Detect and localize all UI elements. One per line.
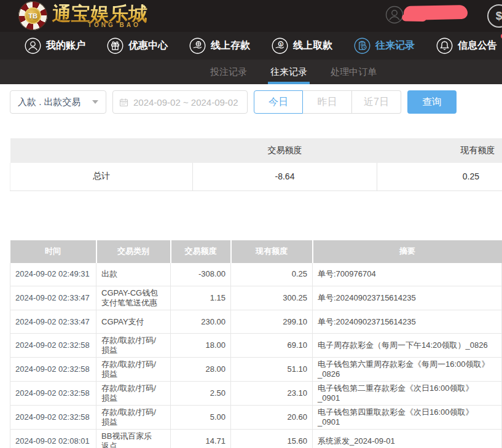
quick-range-group: 今日 昨日 近7日 <box>254 90 401 114</box>
sub-nav: 投注记录 往来记录 处理中订单 <box>0 60 502 84</box>
header-balance: 现有额度 <box>231 240 313 263</box>
tab-label: 处理中订单 <box>331 66 377 78</box>
nav-item-label: 线上存款 <box>211 39 250 52</box>
summary-total-amount: -8.64 <box>193 163 377 191</box>
deposit-icon <box>189 37 206 54</box>
bell-icon <box>436 37 453 54</box>
table-row: 2024-09-02 02:49:31 出款 -308.00 0.25 单号:7… <box>10 263 502 286</box>
cell-balance: 51.10 <box>231 358 313 382</box>
transaction-type-select[interactable]: 入款 . 出款交易 <box>10 90 106 114</box>
poker-chip-icon: TB <box>18 1 47 30</box>
cell-amount: 230.00 <box>171 310 231 334</box>
quick-label: 昨日 <box>318 96 337 109</box>
cell-type: 存款/取款/打码/损益 <box>96 358 171 382</box>
cell-amount: -308.00 <box>171 263 231 286</box>
records-icon <box>354 37 371 54</box>
cell-balance: 23.10 <box>231 382 313 406</box>
cell-summary: 电子钱包第六重周存款彩金《每周一16:00领取》_0826 <box>313 358 502 382</box>
cell-amount: 1.15 <box>171 286 231 310</box>
cell-time: 2024-09-02 02:08:01 <box>10 430 96 448</box>
table-row: 2024-09-02 02:08:01 BB视讯百家乐返点 14.71 15.6… <box>10 430 502 448</box>
currency-symbol: $ <box>496 9 502 23</box>
table-row: 2024-09-02 02:33:47 CGPAY-CG钱包支付笔笔送优惠 1.… <box>10 286 502 310</box>
table-row: 2024-09-02 02:33:47 CGPAY支付 230.00 299.1… <box>10 310 502 334</box>
redacted-username <box>404 5 468 20</box>
user-avatar-icon[interactable] <box>385 6 404 24</box>
nav-item-online-deposit[interactable]: 线上存款 <box>189 37 255 54</box>
table-row: 2024-09-02 02:32:58 存款/取款/打码/损益 2.50 23.… <box>10 382 502 406</box>
tab-transaction-records[interactable]: 往来记录 <box>268 60 310 84</box>
cell-balance: 15.60 <box>231 430 313 448</box>
tab-label: 往来记录 <box>270 66 307 78</box>
brand-name-cn: 通宝娱乐城 <box>52 4 148 25</box>
nav-item-transaction-records[interactable]: 往来记录 <box>354 37 420 54</box>
summary-total-balance: 0.25 <box>377 163 502 191</box>
cell-summary: 电子钱包第四重取款彩金《次日16:00领取》_0901 <box>313 406 502 430</box>
withdraw-icon: $ <box>272 37 288 54</box>
summary-header-row: 交易额度 现有额度 <box>10 138 502 163</box>
brand-logo[interactable]: TB 通宝娱乐城 TONG BAO <box>18 1 147 30</box>
cell-balance: 0.25 <box>231 263 313 286</box>
cell-type: CGPAY-CG钱包支付笔笔送优惠 <box>96 286 171 310</box>
cell-balance: 69.10 <box>231 334 313 358</box>
tab-betting-records[interactable]: 投注记录 <box>208 60 249 84</box>
summary-total-row: 总计 -8.64 0.25 <box>10 163 502 191</box>
date-range-input[interactable]: 2024-09-02 ~ 2024-09-02 <box>112 90 248 114</box>
cell-type: 出款 <box>96 263 171 286</box>
cell-type: 存款/取款/打码/损益 <box>96 382 171 406</box>
user-icon <box>25 37 41 54</box>
cell-summary: 单号:202409023715614235 <box>313 286 502 310</box>
chevron-down-icon <box>92 100 98 104</box>
cell-type: BB视讯百家乐返点 <box>96 430 171 448</box>
quick-label: 今日 <box>269 96 288 109</box>
cell-time: 2024-09-02 02:49:31 <box>10 263 96 286</box>
summary-header-empty <box>10 138 193 163</box>
summary-header-balance: 现有额度 <box>377 138 502 163</box>
header-type: 交易类别 <box>96 240 171 263</box>
nav-item-my-account[interactable]: 我的账户 <box>25 37 90 54</box>
quick-yesterday-button[interactable]: 昨日 <box>303 90 352 114</box>
table-header-row: 时间 交易类别 交易额度 现有额度 摘要 <box>10 240 502 263</box>
tab-pending-orders[interactable]: 处理中订单 <box>328 60 379 84</box>
cell-type: 存款/取款/打码/损益 <box>96 406 171 430</box>
topbar: TB 通宝娱乐城 TONG BAO $ <box>0 0 502 32</box>
cell-summary: 单号:202409023715614235 <box>313 310 502 334</box>
brand-text: 通宝娱乐城 TONG BAO <box>52 4 147 28</box>
cell-time: 2024-09-02 02:32:58 <box>10 406 96 430</box>
balance-currency-icon[interactable]: $ <box>487 4 502 28</box>
nav-item-label: 线上取款 <box>293 39 332 52</box>
cell-balance: 300.25 <box>231 286 313 310</box>
cell-amount: 2.50 <box>171 382 231 406</box>
cell-amount: 28.00 <box>171 358 231 382</box>
summary-table: 交易额度 现有额度 总计 -8.64 0.25 <box>10 138 502 191</box>
quick-today-button[interactable]: 今日 <box>254 90 303 114</box>
nav-item-label: 信息公告 <box>458 39 497 52</box>
transactions-table: 时间 交易类别 交易额度 现有额度 摘要 2024-09-02 02:49:31… <box>10 240 502 448</box>
cell-balance: 20.60 <box>231 406 313 430</box>
filter-bar: 入款 . 出款交易 2024-09-02 ~ 2024-09-02 今日 昨日 … <box>10 90 502 114</box>
cell-amount: 14.71 <box>171 430 231 448</box>
summary-total-label: 总计 <box>10 163 193 191</box>
nav-item-label: 优惠中心 <box>128 39 168 52</box>
cell-time: 2024-09-02 02:32:58 <box>10 358 96 382</box>
tab-label: 投注记录 <box>210 66 247 78</box>
quick-label: 近7日 <box>364 96 389 109</box>
gift-icon <box>107 37 124 54</box>
header-amount: 交易额度 <box>171 240 231 263</box>
select-value: 入款 . 出款交易 <box>18 96 81 108</box>
cell-time: 2024-09-02 02:32:58 <box>10 334 96 358</box>
quick-last7days-button[interactable]: 近7日 <box>352 90 401 114</box>
cell-summary: 电子周存款彩金（每周一下午14:20领取）_0826 <box>313 334 502 358</box>
nav-item-announcements[interactable]: 信息公告 <box>436 37 502 54</box>
nav-item-online-withdrawal[interactable]: $ 线上取款 <box>272 37 337 54</box>
date-range-value: 2024-09-02 ~ 2024-09-02 <box>133 97 238 108</box>
cell-time: 2024-09-02 02:32:58 <box>10 382 96 406</box>
header-summary: 摘要 <box>313 240 502 263</box>
cell-amount: 18.00 <box>171 334 231 358</box>
cell-summary: 系统派发_2024-09-01 <box>313 430 502 448</box>
nav-item-promotions[interactable]: 优惠中心 <box>107 37 173 54</box>
search-button[interactable]: 查询 <box>407 90 457 114</box>
cell-type: 存款/取款/打码/损益 <box>96 334 171 358</box>
table-row: 2024-09-02 02:32:58 存款/取款/打码/损益 18.00 69… <box>10 334 502 358</box>
chip-monogram: TB <box>25 7 41 24</box>
